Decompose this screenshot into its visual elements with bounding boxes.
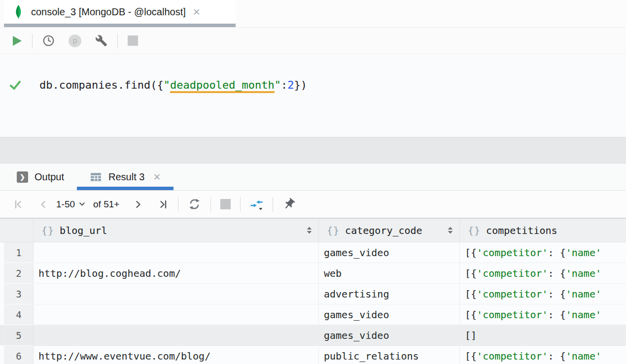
row-header[interactable]: 6	[0, 346, 34, 364]
mongo-leaf-icon	[13, 5, 24, 19]
close-icon[interactable]: ✕	[153, 172, 161, 182]
table-row: 5games_video[]	[0, 325, 626, 346]
last-page-icon[interactable]	[158, 199, 169, 210]
tab-result-3[interactable]: Result 3 ✕	[77, 164, 174, 190]
page-range: 1-50	[56, 199, 75, 210]
result-grid-icon	[90, 171, 102, 183]
output-icon: ❯	[17, 171, 28, 183]
cell-competitions[interactable]: [{'competitor': {'name'	[460, 346, 626, 364]
pin-icon[interactable]	[282, 198, 296, 211]
toolbar-separator	[117, 33, 118, 48]
cell-category-code[interactable]: games_video	[319, 325, 460, 346]
selected-tab-underline	[77, 187, 174, 190]
query-code[interactable]: db.companies.find({"deadpooled_month":2}…	[31, 79, 307, 91]
row-marker	[0, 263, 4, 283]
column-header-category-code[interactable]: {} category_code	[319, 219, 460, 242]
tab-output[interactable]: ❯ Output	[4, 164, 77, 190]
editor-tab-console3[interactable]: console_3 [MongoDB - @localhost] ✕	[4, 0, 236, 27]
success-check-icon	[9, 80, 21, 90]
row-marker	[0, 304, 4, 325]
next-page-icon[interactable]	[134, 199, 143, 210]
dropdown-chevron-icon	[79, 202, 85, 206]
row-header[interactable]: 3	[0, 284, 34, 304]
cell-competitions[interactable]: []	[460, 325, 626, 346]
cell-blog-url[interactable]	[34, 284, 319, 304]
table-row: 1games_video[{'competitor': {'name'	[0, 242, 626, 263]
json-braces-icon: {}	[41, 225, 54, 236]
cell-category-code[interactable]: web	[319, 263, 460, 284]
toolbar-separator	[210, 197, 211, 212]
row-number: 2	[4, 263, 33, 283]
cell-category-code[interactable]: advertising	[319, 284, 460, 304]
column-header-blog-url[interactable]: {} blog_url	[34, 219, 319, 242]
cell-category-code[interactable]: games_video	[319, 242, 460, 263]
mongodb-console-window: console_3 [MongoDB - @localhost] ✕ p	[0, 0, 626, 364]
first-page-icon	[13, 199, 24, 210]
row-marker	[0, 242, 4, 263]
cell-blog-url[interactable]: http://blog.coghead.com/	[34, 263, 319, 284]
json-braces-icon: {}	[327, 225, 340, 236]
cell-competitions[interactable]: [{'competitor': {'name'	[460, 242, 626, 263]
toolbar-separator	[178, 197, 178, 212]
grid-corner[interactable]	[0, 219, 34, 242]
sort-icon[interactable]	[447, 226, 453, 234]
editor-toolbar: p	[0, 28, 626, 54]
row-number: 1	[4, 242, 33, 263]
cell-blog-url[interactable]	[34, 304, 319, 325]
cell-competitions[interactable]: [{'competitor': {'name'	[460, 284, 626, 304]
splitter[interactable]	[0, 137, 626, 164]
row-header[interactable]: 5	[0, 325, 34, 346]
editor-tab-title: console_3 [MongoDB - @localhost]	[31, 6, 186, 18]
grid-body: 1games_video[{'competitor': {'name'2http…	[0, 242, 626, 364]
row-number: 6	[4, 346, 33, 364]
sort-icon[interactable]	[306, 226, 313, 234]
row-header[interactable]: 1	[0, 242, 34, 263]
gutter	[0, 80, 31, 90]
json-braces-icon: {}	[468, 225, 481, 236]
row-marker	[0, 325, 4, 345]
row-header[interactable]: 4	[0, 304, 34, 325]
toolbar-separator	[273, 197, 273, 212]
tool-window-tabbar: ❯ Output Result 3 ✕	[0, 164, 626, 191]
table-row: 3advertising[{'competitor': {'name'	[0, 284, 626, 304]
cell-competitions[interactable]: [{'competitor': {'name'	[460, 263, 626, 284]
page-size-dropdown[interactable]: 1-50	[56, 199, 85, 210]
row-number: 4	[4, 304, 33, 325]
prev-page-icon	[38, 199, 47, 210]
cell-competitions[interactable]: [{'competitor': {'name'	[460, 304, 626, 325]
toolbar-separator	[32, 33, 33, 48]
history-icon[interactable]	[42, 34, 55, 47]
code-line: db.companies.find({"deadpooled_month":2}…	[0, 79, 626, 91]
stop-icon	[220, 199, 231, 209]
editor-area[interactable]: db.companies.find({"deadpooled_month":2}…	[0, 54, 626, 137]
row-number: 5	[4, 325, 33, 345]
grid-header-row: {} blog_url {} category_code {} competit…	[0, 218, 626, 242]
cell-blog-url[interactable]	[34, 325, 319, 346]
total-count: of 51+	[93, 199, 119, 210]
result-toolbar: 1-50 of 51+	[0, 191, 626, 218]
selected-tab-underline	[4, 24, 236, 27]
cell-category-code[interactable]: public_relations	[319, 346, 460, 364]
compare-icon[interactable]	[250, 198, 263, 211]
run-icon[interactable]	[12, 35, 22, 46]
toolbar-separator	[240, 197, 241, 212]
refresh-icon[interactable]	[188, 198, 201, 211]
output-tab-label: Output	[35, 171, 64, 183]
editor-tabbar: console_3 [MongoDB - @localhost] ✕	[0, 0, 626, 28]
cell-category-code[interactable]: games_video	[319, 304, 460, 325]
row-marker	[0, 284, 4, 304]
stop-icon	[128, 35, 138, 46]
result-tab-label: Result 3	[108, 171, 144, 183]
table-row: 6http://www.eventvue.com/blog/public_rel…	[0, 346, 626, 364]
cell-blog-url[interactable]: http://www.eventvue.com/blog/	[34, 346, 319, 364]
close-icon[interactable]: ✕	[193, 7, 201, 17]
row-marker	[0, 346, 4, 364]
table-row: 4games_video[{'competitor': {'name'	[0, 304, 626, 325]
column-header-competitions[interactable]: {} competitions	[460, 219, 626, 242]
parameters-icon: p	[69, 34, 81, 47]
settings-icon[interactable]	[95, 34, 107, 47]
result-grid: {} blog_url {} category_code {} competit…	[0, 218, 626, 364]
row-header[interactable]: 2	[0, 263, 34, 284]
row-number: 3	[4, 284, 33, 304]
cell-blog-url[interactable]	[34, 242, 319, 263]
